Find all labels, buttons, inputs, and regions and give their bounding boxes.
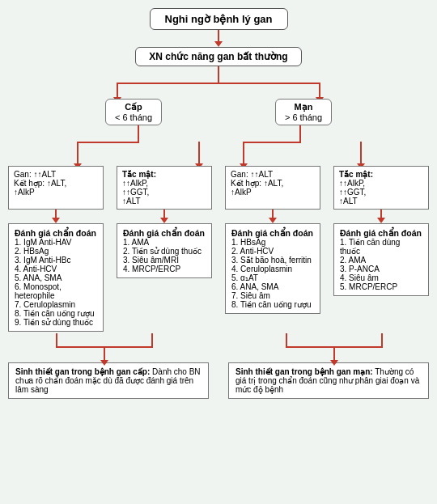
list-item: 4. Siêu âm: [340, 273, 422, 282]
list-item: 3. P-ANCA: [340, 265, 422, 273]
list-item: 5. MRCP/ERCP: [340, 282, 422, 291]
list-item: 3. Siêu âm/MRI: [123, 256, 206, 265]
list-item: 4. MRCP/ERCP: [123, 265, 206, 273]
list-item: 2. Anti-HCV: [231, 247, 314, 256]
diag-chronic-liver: Đánh giá chẩn đoán 1. HBsAg2. Anti-HCV3.…: [225, 223, 320, 314]
list-item: 2. HBsAg: [15, 247, 97, 256]
list-item: 9. Tiền sử dùng thuốc: [15, 318, 97, 327]
acute-box: Cấp < 6 tháng: [105, 99, 162, 125]
chronic-obstruct-box: Tắc mật: ↑↑AlkP, ↑↑GGT, ↑ALT: [333, 166, 429, 210]
biopsy-chronic: Sinh thiết gan trong bệnh gan mạn: Thườn…: [228, 362, 429, 399]
chronic-box: Mạn > 6 tháng: [275, 99, 332, 125]
chronic-liver-box: Gan: ↑↑ALT Kết hợp: ↑ALT, ↑AlkP: [225, 166, 320, 210]
list-item: 7. Ceruloplasmin: [15, 300, 97, 309]
diag-acute-obstruct: Đánh giá chẩn đoán 1. AMA2. Tiền sử dùng…: [117, 223, 212, 278]
list-item: 6. Monospot, heterophile: [15, 282, 97, 300]
biopsy-acute: Sinh thiết gan trong bệnh gan cấp: Dành …: [8, 362, 209, 399]
list-item: 1. HBsAg: [231, 238, 314, 247]
list-item: 2. Tiền sử dùng thuốc: [123, 247, 206, 256]
xn-box: XN chức năng gan bất thường: [135, 47, 301, 66]
diagram: Nghi ngờ bệnh lý gan XN chức năng gan bấ…: [8, 8, 429, 399]
diag-chronic-obstruct: Đánh giá chẩn đoán 1. Tiền căn dùng thuố…: [333, 223, 429, 296]
list-item: 8. Tiền căn uống rượu: [231, 300, 314, 309]
title-box: Nghi ngờ bệnh lý gan: [150, 8, 288, 30]
list-item: 7. Siêu âm: [231, 291, 314, 300]
list-item: 5. ANA, SMA: [15, 273, 97, 282]
list-item: 3. Sắt bão hoà, ferritin: [231, 256, 314, 265]
list-item: 5. α₁AT: [231, 273, 314, 282]
acute-obstruct-box: Tắc mật: ↑↑AlkP, ↑↑GGT, ↑ALT: [117, 166, 212, 210]
list-item: 6. ANA, SMA: [231, 282, 314, 291]
list-item: 4. Ceruloplasmin: [231, 265, 314, 273]
acute-liver-box: Gan: ↑↑ALT Kết hợp: ↑ALT, ↑AlkP: [8, 166, 104, 210]
list-item: 2. AMA: [340, 256, 422, 265]
diag-acute-liver: Đánh giá chẩn đoán 1. IgM Anti-HAV2. HBs…: [8, 223, 104, 332]
list-item: 8. Tiền căn uống rượu: [15, 309, 97, 318]
list-item: 1. AMA: [123, 238, 206, 247]
list-item: 1. Tiền căn dùng thuốc: [340, 238, 422, 256]
list-item: 3. IgM Anti-HBc: [15, 256, 97, 265]
list-item: 1. IgM Anti-HAV: [15, 238, 97, 247]
list-item: 4. Anti-HCV: [15, 265, 97, 273]
